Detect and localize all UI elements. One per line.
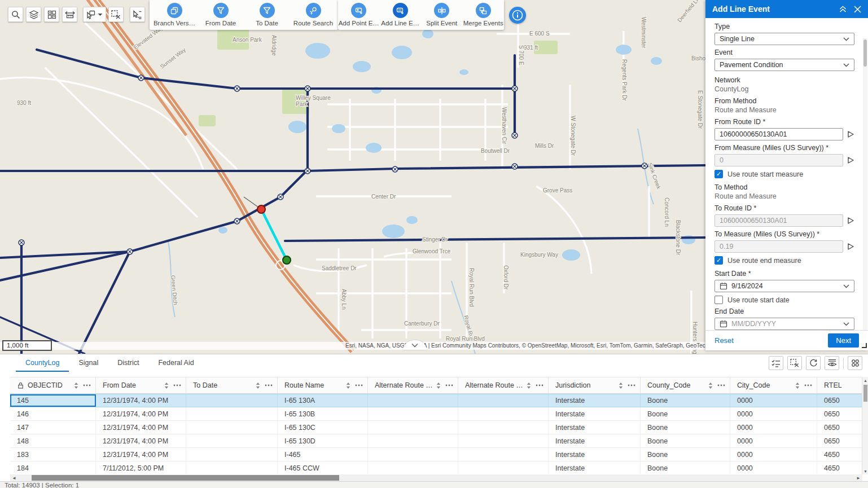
table-cell[interactable]: Boone	[641, 421, 730, 434]
table-cell[interactable]: 12/31/1974, 4:00 PM	[96, 448, 186, 461]
close-panel-button[interactable]	[854, 6, 861, 13]
table-cell[interactable]: 0650	[817, 394, 862, 407]
table-cell[interactable]: 4650	[817, 461, 862, 474]
tab-federal-aid[interactable]: Federal Aid	[148, 354, 203, 372]
table-cell[interactable]	[368, 407, 458, 420]
table-row[interactable]: 18312/31/1974, 4:00 PMI-465InterstateBoo…	[10, 448, 862, 461]
table-cell[interactable]: Interstate	[549, 421, 641, 434]
split-event-button[interactable]: Split Event	[421, 3, 463, 27]
table-cell[interactable]: 0000	[730, 461, 817, 474]
info-button[interactable]	[509, 7, 526, 24]
table-cell[interactable]: I-465	[278, 448, 368, 461]
collapse-panel-button[interactable]	[839, 5, 847, 13]
table-row[interactable]: 14812/31/1974, 4:00 PMI-65 130DInterstat…	[10, 434, 862, 448]
refresh-button[interactable]	[806, 356, 821, 370]
column-header-objectid[interactable]: OBJECTID	[10, 377, 96, 393]
column-menu-icon[interactable]	[355, 384, 363, 386]
tab-district[interactable]: District	[108, 354, 148, 372]
column-menu-icon[interactable]	[536, 384, 543, 386]
table-row[interactable]: 14712/31/1974, 4:00 PMI-65 130CInterstat…	[10, 421, 862, 434]
reset-button[interactable]: Reset	[714, 336, 828, 345]
scroll-right-arrow[interactable]: ►	[854, 474, 862, 481]
table-row[interactable]: 14512/31/1974, 4:00 PMI-65 130AInterstat…	[10, 394, 862, 407]
table-cell[interactable]: Boone	[641, 448, 730, 461]
table-cell[interactable]: 0000	[730, 434, 817, 447]
panel-scrollbar[interactable]	[863, 38, 867, 330]
table-cell[interactable]: 146	[10, 407, 96, 420]
table-cell[interactable]: I-65 130B	[278, 407, 368, 420]
sort-icon[interactable]	[256, 383, 260, 389]
table-cell[interactable]	[186, 421, 278, 434]
table-cell[interactable]	[186, 394, 278, 407]
event-select[interactable]: Pavement Condition	[714, 59, 854, 71]
column-header-alternate-route-[interactable]: Alternate Route …	[458, 377, 549, 393]
table-cell[interactable]: I-65 130A	[278, 394, 368, 407]
scroll-up-arrow[interactable]: ▲	[862, 377, 868, 384]
table-cell[interactable]: Boone	[641, 394, 730, 407]
table-cell[interactable]: 0650	[817, 407, 862, 420]
table-cell[interactable]	[368, 461, 458, 474]
column-header-city-code[interactable]: City_Code	[730, 377, 817, 393]
to-route-id-input[interactable]	[714, 214, 843, 227]
column-header-from-date[interactable]: From Date	[96, 377, 186, 393]
table-cell[interactable]: 148	[10, 434, 96, 447]
sort-icon[interactable]	[164, 383, 169, 389]
table-cell[interactable]: 184	[10, 461, 96, 474]
column-header-alternate-route-[interactable]: Alternate Route …	[368, 377, 458, 393]
basemap-tool-button[interactable]	[44, 7, 59, 22]
table-cell[interactable]: 0000	[730, 421, 817, 434]
table-cell[interactable]: 12/31/1974, 4:00 PM	[96, 434, 186, 447]
clear-table-selection-button[interactable]	[787, 356, 802, 370]
sort-icon[interactable]	[619, 383, 623, 389]
table-cell[interactable]	[458, 421, 549, 434]
column-menu-icon[interactable]	[628, 384, 635, 386]
vertical-scroll-thumb[interactable]	[863, 385, 867, 402]
vertical-scrollbar[interactable]: ▲ ▼	[862, 377, 868, 474]
end-date-input[interactable]: MM/DD/YYYY	[714, 318, 854, 330]
from-route-id-input[interactable]	[714, 128, 843, 140]
table-row[interactable]: 1847/11/2012, 5:00 PMI-465 CCWInterstate…	[10, 461, 862, 474]
sort-icon[interactable]	[74, 383, 78, 389]
table-cell[interactable]: Interstate	[549, 434, 641, 447]
pick-route-from-map-icon[interactable]	[847, 217, 854, 225]
sort-icon[interactable]	[708, 383, 713, 389]
to-date-button[interactable]: To Date	[246, 3, 288, 27]
table-options-button[interactable]	[848, 356, 862, 370]
table-cell[interactable]: I-65 130C	[278, 421, 368, 434]
table-cell[interactable]: Boone	[641, 407, 730, 420]
measure-tool-button[interactable]	[62, 7, 77, 22]
table-cell[interactable]: Interstate	[549, 461, 641, 474]
sort-icon[interactable]	[346, 383, 350, 389]
column-menu-icon[interactable]	[173, 384, 181, 386]
table-cell[interactable]	[368, 434, 458, 447]
search-tool-button[interactable]	[8, 7, 23, 22]
table-cell[interactable]: Interstate	[549, 407, 641, 420]
to-measure-input[interactable]	[714, 240, 843, 253]
add-line-event-button[interactable]: Add Line E…	[380, 3, 422, 27]
use-route-start-date-checkbox[interactable]: Use route start date	[714, 296, 854, 304]
column-menu-icon[interactable]	[804, 384, 812, 386]
table-cell[interactable]: Interstate	[549, 448, 641, 461]
table-cell[interactable]: 0650	[817, 434, 862, 447]
branch-versions-button[interactable]: Branch Vers…	[153, 3, 196, 27]
table-row[interactable]: 14612/31/1974, 4:00 PMI-65 130BInterstat…	[10, 407, 862, 421]
horizontal-scroll-thumb[interactable]	[32, 475, 339, 481]
clear-selection-tool-button[interactable]	[108, 7, 124, 22]
column-header-route-name[interactable]: Route Name	[278, 377, 368, 393]
table-cell[interactable]	[458, 448, 549, 461]
column-header-rtel[interactable]: RTEL	[817, 377, 862, 393]
column-menu-icon[interactable]	[717, 384, 725, 386]
type-select[interactable]: Single Line	[714, 33, 854, 45]
table-cell[interactable]	[368, 421, 458, 434]
column-header-jurisdiction[interactable]: Jurisdiction	[549, 377, 641, 393]
table-cell[interactable]: Interstate	[549, 394, 641, 407]
use-route-end-measure-checkbox[interactable]: Use route end measure	[714, 256, 854, 265]
select-route-tool-button[interactable]	[130, 7, 145, 22]
start-date-input[interactable]: 9/16/2024	[714, 280, 854, 292]
panel-resize-handle[interactable]	[862, 343, 867, 348]
table-cell[interactable]	[368, 394, 458, 407]
table-cell[interactable]: 145	[10, 394, 96, 407]
table-cell[interactable]: Boone	[641, 434, 730, 447]
scroll-down-arrow[interactable]: ▼	[862, 468, 868, 474]
select-tool-button[interactable]	[83, 7, 106, 22]
